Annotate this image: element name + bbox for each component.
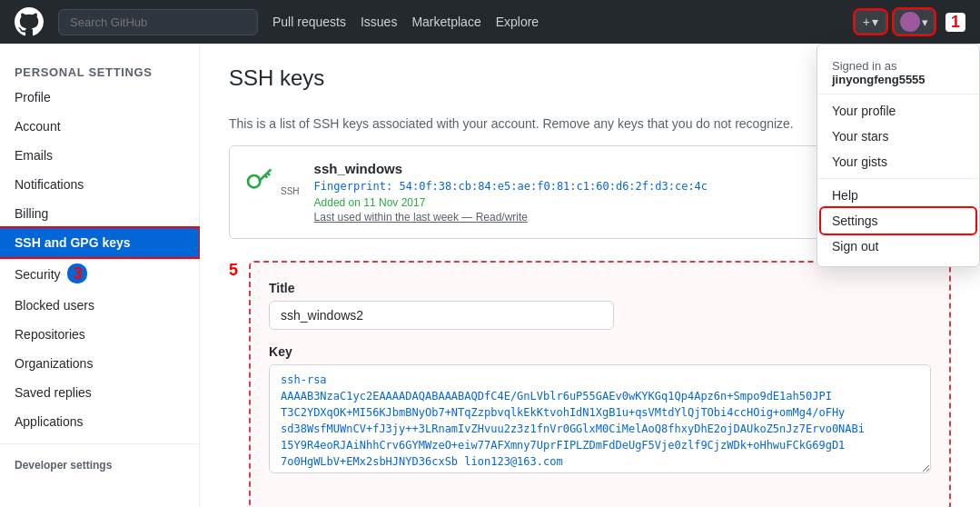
your-profile-link[interactable]: Your profile xyxy=(817,98,979,124)
annotation-5: 5 xyxy=(229,261,238,280)
ssh-key-fingerprint: Fingerprint: 54:0f:38:cb:84:e5:ae:f0:81:… xyxy=(314,180,864,193)
key-group: Key ssh-rsa AAAAB3NzaC1yc2EAAAADAQABAAAB… xyxy=(269,344,931,476)
fingerprint-value: 54:0f:38:cb:84:e5:ae:f0:81:c1:60:d6:2f:d… xyxy=(400,180,708,193)
svg-line-2 xyxy=(267,173,270,175)
help-link[interactable]: Help xyxy=(817,183,979,208)
sidebar-item-notifications[interactable]: Notifications xyxy=(0,170,199,199)
your-gists-link[interactable]: Your gists xyxy=(817,149,979,174)
key-label: Key xyxy=(269,344,931,359)
pull-requests-link[interactable]: Pull requests xyxy=(272,15,346,29)
sidebar-item-ssh-gpg[interactable]: SSH and GPG keys xyxy=(0,228,199,257)
annotation-1: 1 xyxy=(945,13,965,32)
sidebar-item-emails[interactable]: Emails xyxy=(0,141,199,170)
user-dropdown: Signed in as jinyongfeng5555 Your profil… xyxy=(817,44,980,267)
marketplace-link[interactable]: Marketplace xyxy=(411,15,480,29)
title-input[interactable] xyxy=(269,301,614,330)
new-item-button[interactable]: + ▾ xyxy=(855,10,886,34)
navbar: Pull requests Issues Marketplace Explore… xyxy=(0,0,980,44)
svg-line-3 xyxy=(265,175,268,178)
title-label: Title xyxy=(269,281,931,295)
key-icon xyxy=(244,164,273,194)
key-textarea[interactable]: ssh-rsa AAAAB3NzaC1yc2EAAAADAQABAAABAQDf… xyxy=(269,364,931,473)
issues-link[interactable]: Issues xyxy=(361,15,397,29)
avatar xyxy=(900,12,920,32)
sidebar-item-security[interactable]: Security 3 xyxy=(0,257,199,291)
explore-link[interactable]: Explore xyxy=(496,15,539,29)
search-input[interactable] xyxy=(58,9,258,35)
svg-point-0 xyxy=(248,175,260,187)
sidebar-item-saved-replies[interactable]: Saved replies xyxy=(0,378,199,407)
sidebar-item-billing[interactable]: Billing xyxy=(0,199,199,228)
navbar-right: + ▾ ▾ 1 xyxy=(855,9,965,35)
github-logo[interactable] xyxy=(15,7,44,36)
ssh-key-name: ssh_windows xyxy=(314,161,864,176)
signed-in-username: jinyongfeng5555 xyxy=(832,73,926,86)
your-stars-link[interactable]: Your stars xyxy=(817,124,979,149)
page-title: SSH keys xyxy=(229,65,324,91)
dropdown-divider xyxy=(817,178,979,179)
ssh-key-date: Added on 11 Nov 2017 xyxy=(314,196,864,209)
sidebar-item-account[interactable]: Account xyxy=(0,112,199,141)
annotation-3: 3 xyxy=(67,263,87,283)
plus-icon: + xyxy=(863,15,870,29)
sidebar: Personal settings Profile Account Emails… xyxy=(0,44,200,507)
ssh-label: SSH xyxy=(281,186,300,196)
plus-dropdown-icon: ▾ xyxy=(872,15,878,29)
user-menu-button[interactable]: ▾ xyxy=(894,9,935,35)
title-group: Title xyxy=(269,281,931,330)
ssh-key-info: ssh_windows Fingerprint: 54:0f:38:cb:84:… xyxy=(314,161,864,224)
sign-out-link[interactable]: Sign out xyxy=(817,234,979,259)
add-ssh-key-form: Title Key ssh-rsa AAAAB3NzaC1yc2EAAAADAQ… xyxy=(249,261,951,507)
signed-in-label: Signed in as jinyongfeng5555 xyxy=(817,52,979,94)
sidebar-item-profile[interactable]: Profile xyxy=(0,83,199,112)
navbar-links: Pull requests Issues Marketplace Explore xyxy=(272,15,539,29)
chevron-down-icon: ▾ xyxy=(922,15,928,29)
settings-link[interactable]: Settings xyxy=(821,208,975,234)
developer-settings-label: Developer settings xyxy=(0,452,199,473)
sidebar-heading: Personal settings xyxy=(0,58,199,83)
sidebar-item-organizations[interactable]: Organizations xyxy=(0,349,199,378)
ssh-key-used: Last used within the last week — Read/wr… xyxy=(314,211,864,224)
sidebar-item-blocked-users[interactable]: Blocked users xyxy=(0,291,199,320)
sidebar-item-applications[interactable]: Applications xyxy=(0,407,199,436)
sidebar-item-repositories[interactable]: Repositories xyxy=(0,320,199,349)
sidebar-divider xyxy=(0,443,199,444)
